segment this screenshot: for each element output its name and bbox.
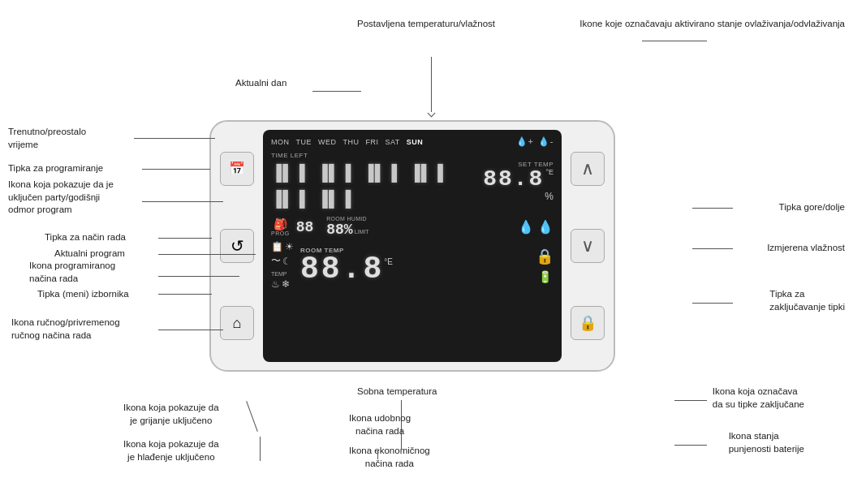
room-temp-unit: °E [384, 257, 393, 266]
day-wed: WED [318, 138, 337, 146]
prog-section: 🎒 PROG [271, 218, 290, 236]
lock-display-icon: 🔒 [536, 248, 554, 265]
annotation-cool-icon: Ikona koja pokazuje daje hlađenje uključ… [123, 438, 219, 463]
day-fri: FRI [366, 138, 379, 146]
annotation-humid-icons: Ikone koje označavaju aktivirano stanje … [579, 18, 845, 31]
annotation-battery: Ikona stanjapunjenosti baterije [729, 430, 804, 455]
ann-line-mode [158, 238, 212, 239]
down-button[interactable]: ∨ [571, 229, 605, 263]
ann-line-cool [260, 437, 261, 461]
annotation-time: Trenutno/preostalovrijeme [8, 126, 86, 151]
ann-line-meas-humid [692, 248, 733, 249]
limit-label: LIMIT [355, 229, 369, 235]
annotation-mode-btn: Tipka za način rada [45, 231, 126, 244]
set-temp-unit: °E [545, 168, 554, 176]
time-left-value: ▐▌▐ ▐▌▐ ▐▌▐ ▐▌▐ ▐▌▐ ▐▌▐ [271, 159, 483, 211]
annotation-manual-icon: Ikona ručnog/privremenogručnog načina ra… [11, 317, 120, 342]
ann-line-heat [246, 401, 258, 432]
set-temp-percent: % [545, 191, 554, 202]
annotation-heat-icon: Ikona koja pokazuje daje grijanje uključ… [123, 402, 219, 427]
time-left-label: TIME LEFT [271, 152, 483, 159]
ann-line-aktualni [312, 91, 361, 92]
annotation-set-temp: Postavljena temperaturu/vlažnost [357, 18, 495, 31]
lock-button[interactable]: 🔒 [571, 306, 605, 340]
menu-button[interactable]: ⌂ [220, 306, 254, 340]
program-button[interactable]: 📅 [220, 152, 254, 186]
ann-line-settemp [431, 57, 432, 112]
annotation-lock-btn: Tipka zazaključavanje tipki [769, 288, 845, 313]
annotation-up-down-btn: Tipka gore/dolje [779, 201, 845, 214]
day-tue: TUE [296, 138, 312, 146]
prog-humid-row: 🎒 PROG 88 ROOM HUMID 88% LIMIT 💧 💧 [271, 216, 554, 238]
room-temp-row: 📋 ☀ 〜 ☾ TEMP ♨ ❄ ROOM [271, 241, 554, 290]
drop-icons-row: 💧 💧 [518, 219, 554, 235]
ann-line-updown [692, 208, 733, 209]
set-temp-value: 88.8 [483, 168, 544, 191]
room-humid-label: ROOM HUMID [326, 216, 367, 222]
ann-line-prog-btn [142, 169, 210, 170]
annotation-aktualni-dan: Aktualni dan [235, 77, 286, 90]
ann-line-eco [377, 451, 378, 459]
humid-minus-icon: 💧- [538, 136, 554, 147]
left-button-column: 📅 ↺ ⌂ [218, 130, 256, 362]
annotation-eco-icon: Ikona ekonomičnognačina rada [349, 445, 430, 470]
days-row: MON TUE WED THU FRI SAT SUN 💧+ 💧- [271, 136, 554, 147]
annotation-party-icon: Ikona koja pokazuje da jeuključen party/… [8, 179, 114, 217]
room-temp-value: 88.8 [300, 254, 384, 285]
humid-icons: 💧+ 💧- [516, 136, 554, 147]
prog-value: 88 [296, 219, 314, 235]
prog-icon: 🎒 [274, 218, 287, 230]
ann-arrow-settemp [428, 110, 436, 118]
mode-button[interactable]: ↺ [220, 229, 254, 263]
mode-icons-column: 📋 ☀ 〜 ☾ TEMP ♨ ❄ [271, 241, 294, 290]
ann-line-humid-icons [642, 41, 707, 41]
ann-line-lock-btn [692, 303, 733, 304]
ann-line-curr-prog [158, 254, 256, 255]
up-button[interactable]: ∧ [571, 152, 605, 186]
right-button-column: ∧ ∨ 🔒 [568, 130, 607, 362]
day-mon: MON [271, 138, 290, 146]
annotation-current-prog: Aktualni program [54, 248, 125, 261]
heat-icon: ♨ [271, 278, 280, 290]
humid-plus-icon: 💧+ [516, 136, 533, 147]
ann-line-battery [674, 445, 707, 446]
weekdays: MON TUE WED THU FRI SAT SUN [271, 138, 423, 146]
ann-line-keys-locked [674, 400, 707, 401]
temp-icon: TEMP [271, 271, 286, 277]
humid-section: ROOM HUMID 88% LIMIT [326, 216, 368, 238]
wind-icon: 〜 [271, 254, 281, 268]
thermostat-device: 📅 ↺ ⌂ MON TUE WED THU FRI SAT SUN 💧+ 💧 [209, 120, 615, 372]
sun-icon: ☀ [285, 241, 294, 252]
time-set-row: TIME LEFT ▐▌▐ ▐▌▐ ▐▌▐ ▐▌▐ ▐▌▐ ▐▌▐ SET TE… [271, 152, 554, 211]
time-left-section: TIME LEFT ▐▌▐ ▐▌▐ ▐▌▐ ▐▌▐ ▐▌▐ ▐▌▐ [271, 152, 483, 211]
prog-label: PROG [271, 230, 290, 236]
annotation-prog-mode-icon: Ikona programiranognačina rada [29, 260, 115, 285]
day-sat: SAT [386, 138, 400, 146]
drop-minus-icon: 💧 [537, 219, 554, 235]
humid-value: 88% [326, 222, 352, 238]
battery-display-icon: 🔋 [538, 270, 552, 283]
day-sun: SUN [407, 138, 424, 146]
ann-line-menu [158, 294, 212, 295]
annotation-room-temp: Sobna temperatura [357, 386, 437, 398]
day-thu: THU [343, 138, 360, 146]
ann-line-prog-mode [158, 276, 239, 277]
schedule-icon: 📋 [271, 241, 283, 252]
ann-line-time [134, 138, 215, 139]
lock-battery-section: 🔒 🔋 [536, 248, 554, 283]
ann-line-manual [158, 330, 223, 330]
snow-icon: ❄ [282, 278, 290, 290]
annotation-comfort-icon: Ikona udobnognačina rada [349, 412, 411, 437]
room-temp-section: ROOM TEMP 88.8 °E [300, 247, 532, 285]
annotation-menu-btn: Tipka (meni) izbornika [37, 288, 129, 301]
moon-icon: ☾ [282, 256, 291, 267]
ann-line-party [142, 201, 223, 202]
annotation-program-btn: Tipka za programiranje [8, 162, 103, 175]
annotation-measured-humid: Izmjerena vlažnost [767, 242, 845, 255]
drop-plus-icon: 💧 [518, 219, 534, 235]
annotation-keys-locked: Ikona koja označavada su tipke zaključan… [713, 386, 804, 411]
lcd-screen: MON TUE WED THU FRI SAT SUN 💧+ 💧- TIME L… [263, 130, 562, 362]
set-temp-section: SET TEMP 88.8 °E % [483, 161, 554, 202]
